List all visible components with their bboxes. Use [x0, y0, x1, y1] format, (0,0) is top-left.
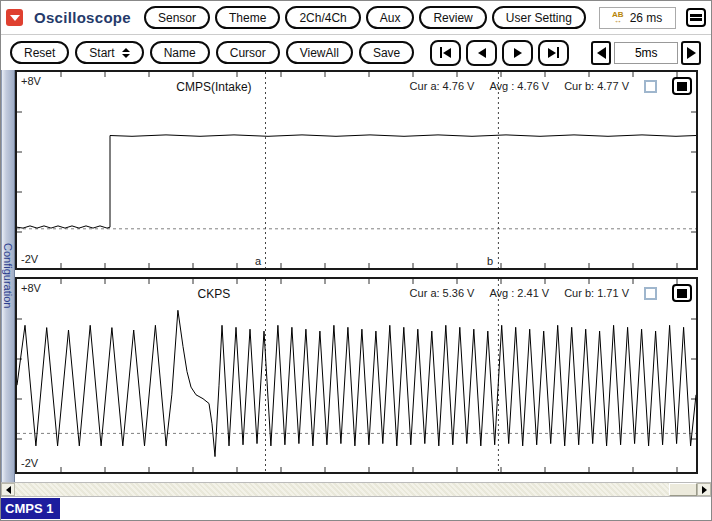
scroll-right-button[interactable] [697, 483, 711, 496]
channel-mode-button[interactable]: 2Ch/4Ch [285, 6, 360, 29]
voltage-bottom-label: -2V [21, 457, 38, 469]
channel-active-button[interactable] [672, 77, 692, 95]
aux-button[interactable]: Aux [366, 6, 415, 29]
cursor-b-label[interactable]: b [487, 255, 493, 267]
ab-cursor-time-icon: AB↔ [612, 12, 624, 24]
left-arrow-icon [597, 47, 606, 59]
start-button[interactable]: Start [75, 41, 143, 64]
sensor-button[interactable]: Sensor [144, 6, 210, 29]
voltage-bottom-label: -2V [21, 253, 38, 265]
name-button[interactable]: Name [150, 41, 210, 64]
ckps-waveform-plot [17, 279, 696, 472]
ab-time-value: 26 ms [630, 11, 663, 25]
hamburger-menu-icon[interactable] [686, 8, 706, 27]
scrollbar-thumb[interactable] [669, 483, 697, 496]
scroll-left-button[interactable] [1, 483, 15, 496]
app-title: Oscilloscope [34, 9, 131, 26]
voltage-top-label: +8V [21, 75, 41, 87]
cursor-a-readout: Cur a: 4.76 V [410, 80, 475, 92]
left-arrow-icon [6, 486, 11, 494]
step-back-button[interactable] [466, 40, 497, 66]
configuration-tab-label: Configuration [2, 243, 14, 308]
channel-checkbox[interactable] [644, 80, 657, 93]
cmps-waveform-plot [17, 72, 696, 268]
playback-controls [430, 40, 569, 66]
step-back-icon [478, 48, 486, 58]
skip-to-end-icon [548, 48, 556, 58]
cursor-a-readout: Cur a: 5.36 V [410, 287, 475, 299]
skip-to-start-icon [443, 48, 451, 58]
dataset-tab-cmps1[interactable]: CMPS 1 [1, 498, 60, 519]
avg-readout: Avg : 4.76 V [489, 80, 549, 92]
cursor-button[interactable]: Cursor [216, 41, 280, 64]
skip-to-end-button[interactable] [538, 40, 569, 66]
cursor-b-readout: Cur b: 1.71 V [564, 287, 629, 299]
scope-channel-ckps: +8V -2V CKPS Cur a: 5.36 V Avg : 2.41 V … [15, 277, 698, 474]
channel-checkbox[interactable] [644, 287, 657, 300]
channel-readouts: Cur a: 5.36 V Avg : 2.41 V Cur b: 1.71 V [410, 284, 692, 302]
black-square-icon [677, 82, 687, 91]
step-forward-button[interactable] [502, 40, 533, 66]
configuration-tab[interactable]: Configuration [1, 70, 15, 482]
channel-title: CKPS [153, 287, 275, 301]
avg-readout: Avg : 2.41 V [489, 287, 549, 299]
red-dropdown-icon[interactable] [6, 9, 23, 26]
channel-active-button[interactable] [672, 284, 692, 302]
voltage-top-label: +8V [21, 282, 41, 294]
theme-button[interactable]: Theme [215, 6, 280, 29]
start-stepper-icon [122, 48, 130, 58]
timebase-decrease-button[interactable] [591, 41, 611, 65]
save-button[interactable]: Save [359, 41, 414, 64]
cursor-a-label[interactable]: a [255, 255, 261, 267]
right-arrow-icon [702, 486, 707, 494]
oscilloscope-window: Oscilloscope Sensor Theme 2Ch/4Ch Aux Re… [0, 0, 712, 521]
right-arrow-icon [687, 47, 696, 59]
user-setting-button[interactable]: User Setting [492, 6, 586, 29]
reset-button[interactable]: Reset [10, 41, 69, 64]
channel-plots: +8V -2V CMPS(Intake) Cur a: 4.76 V Avg :… [15, 70, 698, 482]
review-button[interactable]: Review [419, 6, 486, 29]
scrollbar-track[interactable] [15, 483, 697, 496]
step-forward-icon [514, 48, 522, 58]
viewall-button[interactable]: ViewAll [286, 41, 353, 64]
channel-title: CMPS(Intake) [153, 80, 275, 94]
scope-area: Configuration +8V -2V CMPS(Intake) Cur a… [1, 70, 711, 482]
timebase-value: 5ms [614, 42, 678, 64]
control-toolbar: Reset Start Name Cursor ViewAll Save 5ms [1, 35, 711, 70]
channel-readouts: Cur a: 4.76 V Avg : 4.76 V Cur b: 4.77 V [410, 77, 692, 95]
horizontal-scrollbar [1, 482, 711, 497]
timebase-control: 5ms [591, 41, 701, 65]
scope-channel-cmps: +8V -2V CMPS(Intake) Cur a: 4.76 V Avg :… [15, 70, 698, 270]
skip-to-start-button[interactable] [430, 40, 461, 66]
black-square-icon [677, 289, 687, 298]
ab-time-display: AB↔ 26 ms [599, 7, 676, 29]
timebase-increase-button[interactable] [681, 41, 701, 65]
cursor-b-readout: Cur b: 4.77 V [564, 80, 629, 92]
footer: CMPS 1 [1, 497, 711, 521]
header-toolbar: Oscilloscope Sensor Theme 2Ch/4Ch Aux Re… [1, 1, 711, 35]
down-triangle-icon [10, 15, 20, 21]
